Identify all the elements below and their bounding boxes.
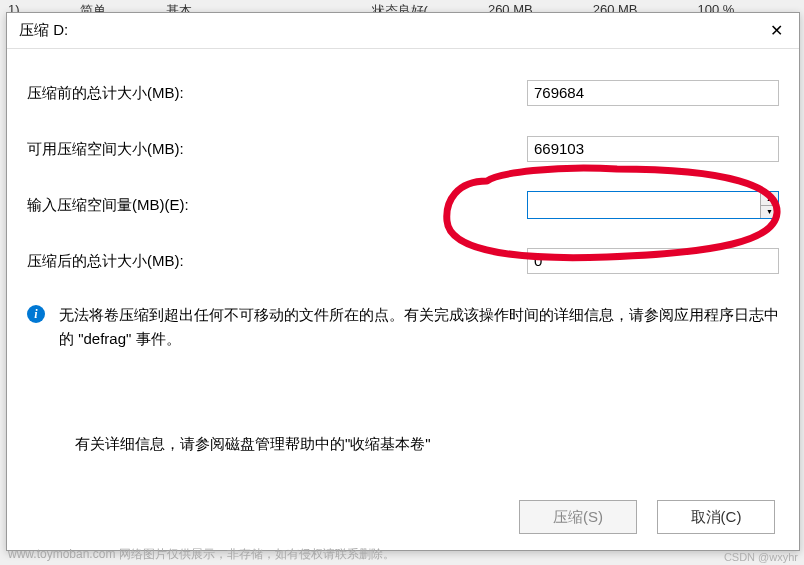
label-total-after: 压缩后的总计大小(MB): [27, 252, 527, 271]
shrink-amount-input[interactable] [528, 192, 760, 218]
label-available: 可用压缩空间大小(MB): [27, 140, 527, 159]
titlebar: 压缩 D: ✕ [7, 13, 799, 49]
shrink-button[interactable]: 压缩(S) [519, 500, 637, 534]
button-row: 压缩(S) 取消(C) [7, 486, 799, 550]
watermark: CSDN @wxyhr [724, 551, 798, 563]
spinner-buttons: ▲ ▼ [760, 192, 778, 218]
row-input-amount: 输入压缩空间量(MB)(E): ▲ ▼ [27, 191, 779, 219]
value-total-before: 769684 [527, 80, 779, 106]
info-icon: i [27, 305, 45, 323]
row-total-after: 压缩后的总计大小(MB): 0 [27, 247, 779, 275]
shrink-volume-dialog: 压缩 D: ✕ 压缩前的总计大小(MB): 769684 可用压缩空间大小(MB… [6, 12, 800, 551]
shrink-amount-spinner[interactable]: ▲ ▼ [527, 191, 779, 219]
row-total-before: 压缩前的总计大小(MB): 769684 [27, 79, 779, 107]
value-available: 669103 [527, 136, 779, 162]
cancel-button[interactable]: 取消(C) [657, 500, 775, 534]
row-available: 可用压缩空间大小(MB): 669103 [27, 135, 779, 163]
label-total-before: 压缩前的总计大小(MB): [27, 84, 527, 103]
dialog-title: 压缩 D: [19, 21, 68, 40]
spin-up-button[interactable]: ▲ [761, 192, 778, 206]
label-input-amount: 输入压缩空间量(MB)(E): [27, 196, 527, 215]
info-row: i 无法将卷压缩到超出任何不可移动的文件所在的点。有关完成该操作时间的详细信息，… [27, 303, 779, 351]
close-icon: ✕ [770, 21, 783, 40]
value-total-after: 0 [527, 248, 779, 274]
close-button[interactable]: ✕ [753, 13, 799, 48]
footer-caption: www.toymoban.com 网络图片仅供展示，非存储，如有侵权请联系删除。 [8, 546, 395, 563]
spin-down-button[interactable]: ▼ [761, 206, 778, 219]
info-text: 无法将卷压缩到超出任何不可移动的文件所在的点。有关完成该操作时间的详细信息，请参… [59, 303, 779, 351]
dialog-content: 压缩前的总计大小(MB): 769684 可用压缩空间大小(MB): 66910… [7, 49, 799, 486]
help-text: 有关详细信息，请参阅磁盘管理帮助中的"收缩基本卷" [75, 435, 779, 454]
